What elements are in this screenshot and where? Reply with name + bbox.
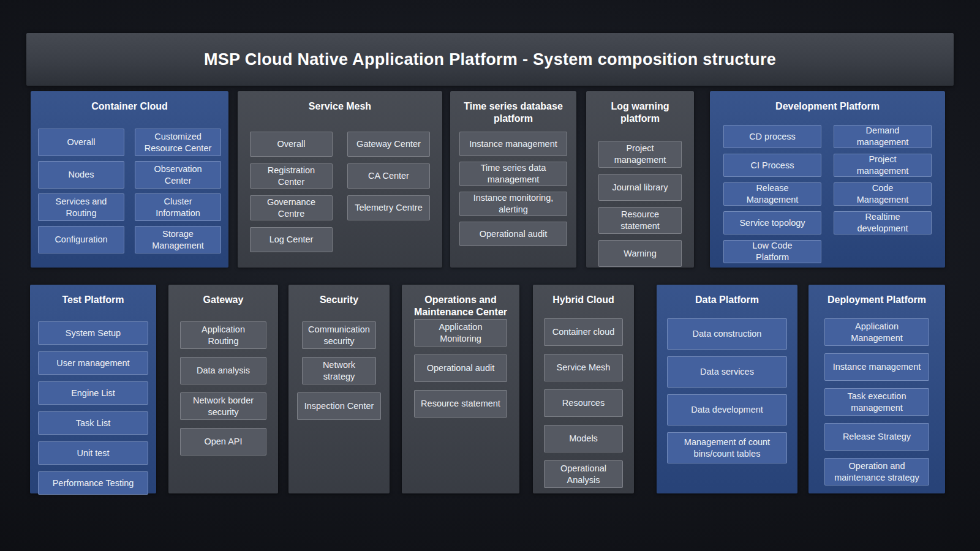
- service-mesh-item: Governance Centre: [250, 195, 333, 220]
- deployment-platform-item: Application Management: [824, 318, 929, 346]
- test-platform-item: Unit test: [38, 441, 148, 465]
- development-platform-item: Realtime development: [834, 211, 932, 234]
- panel-security: SecurityCommunication securityNetwork st…: [288, 285, 390, 493]
- time-series-database-platform-item: Instance monitoring, alerting: [459, 192, 567, 216]
- container-cloud-item: Nodes: [38, 161, 124, 189]
- diagram-canvas: MSP Cloud Native Application Platform - …: [0, 0, 980, 551]
- container-cloud-item: Cluster Information: [135, 193, 221, 221]
- panel-title-container-cloud: Container Cloud: [31, 91, 228, 113]
- panel-service-mesh: Service MeshOverallGateway CenterRegistr…: [238, 91, 442, 268]
- hybrid-cloud-item: Resources: [544, 389, 623, 417]
- log-warning-platform-item: Resource statement: [598, 207, 682, 234]
- panel-test-platform: Test PlatformSystem SetupUser management…: [30, 285, 156, 493]
- test-platform-item: Performance Testing: [38, 471, 148, 495]
- data-platform-item: Management of count bins/count tables: [667, 432, 787, 463]
- container-cloud-item: Observation Center: [135, 161, 221, 189]
- gateway-item: Network border security: [180, 392, 266, 420]
- panel-body-time-series-database-platform: Instance managementTime series data mana…: [450, 132, 576, 246]
- test-platform-item: Engine List: [38, 381, 148, 405]
- service-mesh-item: Registration Center: [250, 163, 333, 189]
- deployment-platform-item: Operation and maintenance strategy: [824, 458, 929, 485]
- deployment-platform-item: Instance management: [824, 353, 929, 381]
- time-series-database-platform-item: Instance management: [459, 132, 567, 156]
- service-mesh-item: Gateway Center: [347, 132, 430, 157]
- panel-title-deployment-platform: Deployment Platform: [809, 285, 945, 306]
- test-platform-item: Task List: [38, 411, 148, 435]
- panel-container-cloud: Container CloudOverallCustomized Resourc…: [31, 91, 228, 268]
- security-item: Network strategy: [302, 357, 376, 384]
- panel-development-platform: Development PlatformCD processDemand man…: [710, 91, 945, 268]
- log-warning-platform-item: Warning: [598, 240, 682, 267]
- development-platform-item: Release Management: [723, 182, 821, 206]
- development-platform-item: Code Management: [834, 182, 932, 206]
- gateway-item: Open API: [180, 428, 266, 455]
- panel-body-test-platform: System SetupUser managementEngine ListTa…: [30, 321, 156, 495]
- panel-body-hybrid-cloud: Container cloudService MeshResourcesMode…: [533, 318, 634, 488]
- data-platform-item: Data construction: [667, 318, 787, 350]
- test-platform-item: User management: [38, 351, 148, 375]
- development-platform-item: CD process: [723, 125, 821, 148]
- panel-operations-and-maintenance-center: Operations and Maintenance CenterApplica…: [402, 285, 519, 493]
- operations-and-maintenance-center-item: Operational audit: [414, 354, 507, 382]
- diagram-title-bar: MSP Cloud Native Application Platform - …: [26, 33, 954, 86]
- container-cloud-item: Overall: [38, 129, 124, 156]
- container-cloud-item: Configuration: [38, 226, 124, 253]
- panel-title-service-mesh: Service Mesh: [238, 91, 442, 113]
- panel-title-gateway: Gateway: [168, 285, 278, 306]
- data-platform-item: Data services: [667, 356, 787, 388]
- service-mesh-item: Telemetry Centre: [347, 195, 430, 220]
- panel-body-operations-and-maintenance-center: Application MonitoringOperational auditR…: [402, 319, 519, 418]
- panel-hybrid-cloud: Hybrid CloudContainer cloudService MeshR…: [533, 285, 634, 493]
- development-platform-item: Demand management: [834, 125, 932, 148]
- log-warning-platform-item: Project management: [598, 141, 682, 168]
- panel-title-security: Security: [288, 285, 390, 306]
- panel-gateway: GatewayApplication RoutingData analysisN…: [168, 285, 278, 493]
- operations-and-maintenance-center-item: Resource statement: [414, 390, 507, 418]
- panel-body-log-warning-platform: Project managementJournal libraryResourc…: [586, 141, 694, 267]
- security-item: Inspection Center: [297, 392, 381, 420]
- hybrid-cloud-item: Service Mesh: [544, 354, 623, 381]
- panel-body-development-platform: CD processDemand managementCI ProcessPro…: [710, 125, 945, 263]
- panel-body-security: Communication securityNetwork strategyIn…: [288, 321, 390, 420]
- panel-title-development-platform: Development Platform: [710, 91, 945, 113]
- deployment-platform-item: Task execution management: [824, 388, 929, 416]
- gateway-item: Application Routing: [180, 321, 266, 349]
- log-warning-platform-item: Journal library: [598, 174, 682, 201]
- hybrid-cloud-item: Models: [544, 425, 623, 452]
- container-cloud-item: Services and Routing: [38, 193, 124, 221]
- panel-title-operations-and-maintenance-center: Operations and Maintenance Center: [402, 285, 519, 318]
- panel-body-gateway: Application RoutingData analysisNetwork …: [168, 321, 278, 455]
- diagram-title: MSP Cloud Native Application Platform - …: [204, 50, 776, 69]
- development-platform-item: Low Code Platform: [723, 240, 821, 263]
- development-platform-item: Service topology: [723, 211, 821, 234]
- panel-time-series-database-platform: Time series database platformInstance ma…: [450, 91, 576, 268]
- panel-title-test-platform: Test Platform: [30, 285, 156, 306]
- panel-log-warning-platform: Log warning platformProject managementJo…: [586, 91, 694, 268]
- service-mesh-item: CA Center: [347, 163, 430, 189]
- data-platform-item: Data development: [667, 394, 787, 425]
- panel-body-data-platform: Data constructionData servicesData devel…: [657, 318, 797, 463]
- panel-body-service-mesh: OverallGateway CenterRegistration Center…: [238, 132, 442, 252]
- test-platform-item: System Setup: [38, 321, 148, 345]
- security-item: Communication security: [302, 321, 376, 349]
- time-series-database-platform-item: Operational audit: [459, 222, 567, 246]
- container-cloud-item: Customized Resource Center: [135, 129, 221, 156]
- time-series-database-platform-item: Time series data management: [459, 162, 567, 186]
- development-platform-item: Project management: [834, 154, 932, 177]
- gateway-item: Data analysis: [180, 357, 266, 384]
- deployment-platform-item: Release Strategy: [824, 423, 929, 451]
- panel-title-log-warning-platform: Log warning platform: [586, 91, 694, 125]
- panel-deployment-platform: Deployment PlatformApplication Managemen…: [809, 285, 945, 493]
- panel-body-deployment-platform: Application ManagementInstance managemen…: [809, 318, 945, 485]
- panel-title-data-platform: Data Platform: [657, 285, 797, 306]
- development-platform-item: CI Process: [723, 154, 821, 177]
- operations-and-maintenance-center-item: Application Monitoring: [414, 319, 507, 347]
- panel-data-platform: Data PlatformData constructionData servi…: [657, 285, 797, 493]
- service-mesh-item: Log Center: [250, 227, 333, 252]
- container-cloud-item: Storage Management: [135, 226, 221, 253]
- hybrid-cloud-item: Operational Analysis: [544, 460, 623, 488]
- panel-body-container-cloud: OverallCustomized Resource CenterNodesOb…: [31, 129, 228, 253]
- service-mesh-item: Overall: [250, 132, 333, 157]
- hybrid-cloud-item: Container cloud: [544, 318, 623, 346]
- panel-title-hybrid-cloud: Hybrid Cloud: [533, 285, 634, 306]
